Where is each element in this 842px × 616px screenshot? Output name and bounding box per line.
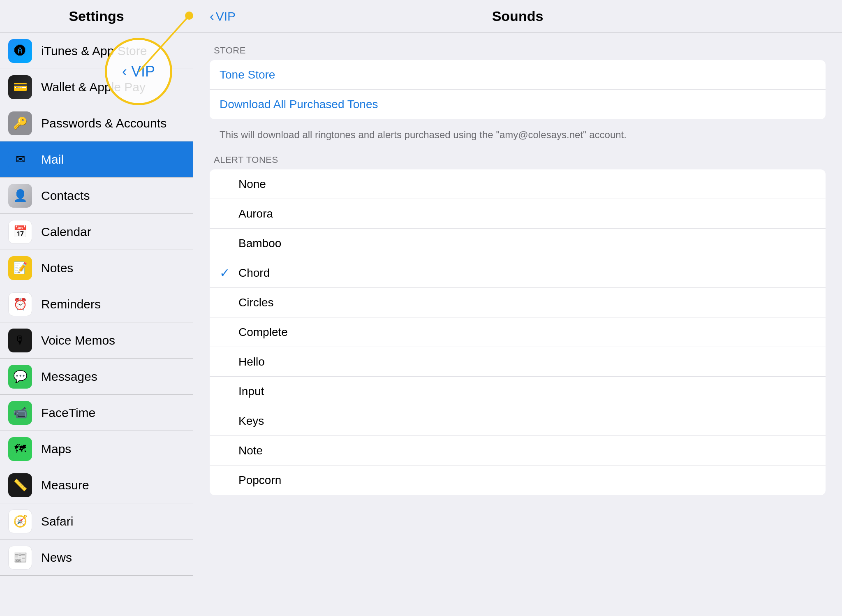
tone-row-none[interactable]: ✓None [210,169,826,199]
sidebar-item-voicememos[interactable]: 🎙Voice Memos [0,322,193,359]
sidebar-title: Settings [69,8,124,24]
sidebar-item-label-measure: Measure [41,478,89,492]
tone-label-complete: Complete [238,326,816,339]
sidebar-item-reminders[interactable]: ⏰Reminders [0,286,193,322]
tone-row-complete[interactable]: ✓Complete [210,317,826,347]
sidebar-item-label-mail: Mail [41,153,64,167]
tone-row-aurora[interactable]: ✓Aurora [210,199,826,229]
sidebar-item-label-passwords: Passwords & Accounts [41,116,167,130]
sidebar-item-label-itunes: iTunes & App Store [41,44,147,58]
tone-label-input: Input [238,385,816,398]
sidebar-item-contacts[interactable]: 👤Contacts [0,178,193,214]
sidebar-item-label-news: News [41,551,72,565]
tone-label-aurora: Aurora [238,207,816,220]
passwords-icon: 🔑 [8,111,32,135]
main-panel: ‹ VIP Sounds STORE Tone StoreDownload Al… [193,0,842,616]
facetime-icon: 📹 [8,401,32,425]
back-label: VIP [216,9,236,23]
sidebar-item-calendar[interactable]: 📅Calendar [0,214,193,250]
mail-icon: ✉ [8,148,32,171]
reminders-icon: ⏰ [8,292,32,316]
sidebar-header: Settings [0,0,193,33]
tone-row-bamboo[interactable]: ✓Bamboo [210,229,826,258]
tone-label-chord: Chord [238,266,816,280]
sidebar-item-label-voicememos: Voice Memos [41,333,115,347]
tone-row-circles[interactable]: ✓Circles [210,288,826,317]
tone-label-popcorn: Popcorn [238,474,816,487]
main-header: ‹ VIP Sounds [193,0,842,33]
tone-label-note: Note [238,444,816,457]
sidebar-item-label-safari: Safari [41,514,73,528]
tone-label-none: None [238,178,816,191]
wallet-icon: 💳 [8,75,32,99]
tone-label-hello: Hello [238,355,816,368]
store-row-download-tones[interactable]: Download All Purchased Tones [210,90,826,119]
news-icon: 📰 [8,546,32,570]
tone-row-popcorn[interactable]: ✓Popcorn [210,465,826,495]
sidebar-item-label-contacts: Contacts [41,189,90,203]
sidebar-item-label-notes: Notes [41,261,73,275]
store-row-label-download-tones: Download All Purchased Tones [220,98,378,111]
alert-tones-section-label: ALERT TONES [210,155,826,165]
sidebar-item-facetime[interactable]: 📹FaceTime [0,395,193,431]
tone-label-circles: Circles [238,296,816,309]
page-title: Sounds [492,8,544,24]
contacts-icon: 👤 [8,184,32,208]
measure-icon: 📏 [8,473,32,497]
maps-icon: 🗺 [8,437,32,461]
tone-label-keys: Keys [238,415,816,428]
checkmark-chord: ✓ [220,266,234,280]
sidebar-item-mail[interactable]: ✉Mail [0,141,193,178]
back-button[interactable]: ‹ VIP [210,9,236,24]
sidebar-list: 🅐iTunes & App Store💳Wallet & Apple Pay🔑P… [0,33,193,616]
store-info-text: This will download all ringtones and ale… [210,123,826,146]
main-content: STORE Tone StoreDownload All Purchased T… [193,33,842,616]
sidebar-item-news[interactable]: 📰News [0,540,193,576]
back-chevron-icon: ‹ [210,9,214,24]
sidebar-item-label-messages: Messages [41,370,97,384]
calendar-icon: 📅 [8,220,32,244]
tone-row-input[interactable]: ✓Input [210,377,826,406]
safari-icon: 🧭 [8,509,32,533]
sidebar-item-label-calendar: Calendar [41,225,91,239]
settings-sidebar: Settings 🅐iTunes & App Store💳Wallet & Ap… [0,0,193,616]
itunes-icon: 🅐 [8,39,32,63]
voicememos-icon: 🎙 [8,329,32,352]
store-card: Tone StoreDownload All Purchased Tones [210,60,826,119]
store-row-label-tone-store: Tone Store [220,68,275,81]
sidebar-item-maps[interactable]: 🗺Maps [0,431,193,467]
sidebar-item-label-wallet: Wallet & Apple Pay [41,80,146,94]
store-row-tone-store[interactable]: Tone Store [210,60,826,90]
sidebar-item-notes[interactable]: 📝Notes [0,250,193,286]
sidebar-item-label-reminders: Reminders [41,297,101,311]
tone-row-chord[interactable]: ✓Chord [210,258,826,288]
store-section-label: STORE [210,45,826,56]
sidebar-item-label-facetime: FaceTime [41,406,95,420]
sidebar-item-measure[interactable]: 📏Measure [0,467,193,503]
sidebar-item-passwords[interactable]: 🔑Passwords & Accounts [0,105,193,141]
sidebar-item-wallet[interactable]: 💳Wallet & Apple Pay [0,69,193,105]
sidebar-item-safari[interactable]: 🧭Safari [0,503,193,540]
sidebar-item-label-maps: Maps [41,442,71,456]
tone-row-hello[interactable]: ✓Hello [210,347,826,377]
tones-card: ✓None✓Aurora✓Bamboo✓Chord✓Circles✓Comple… [210,169,826,495]
tone-label-bamboo: Bamboo [238,237,816,250]
messages-icon: 💬 [8,365,32,389]
tone-row-note[interactable]: ✓Note [210,436,826,465]
sidebar-item-messages[interactable]: 💬Messages [0,359,193,395]
tone-row-keys[interactable]: ✓Keys [210,406,826,436]
notes-icon: 📝 [8,256,32,280]
sidebar-item-itunes[interactable]: 🅐iTunes & App Store [0,33,193,69]
